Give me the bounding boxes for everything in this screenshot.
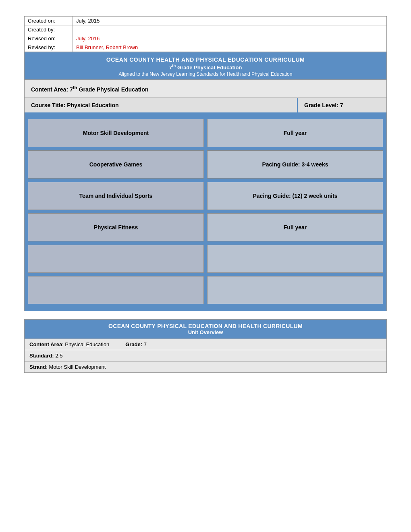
- unit-right-cell: [207, 276, 383, 304]
- unit-row: Team and Individual SportsPacing Guide: …: [28, 182, 383, 210]
- course-title: Course Title: Physical Education: [25, 98, 298, 112]
- unit-row: [28, 245, 383, 273]
- curriculum-subtitle: 7th Grade Physical Education: [28, 64, 383, 71]
- curriculum-main-title: OCEAN COUNTY HEALTH AND PHYSICAL EDUCATI…: [28, 56, 383, 63]
- uo-grade-label: Grade: 7: [125, 341, 147, 347]
- subtitle-suffix: Grade Physical Education: [176, 64, 242, 71]
- unit-left-cell: [28, 276, 204, 304]
- curriculum-box: OCEAN COUNTY HEALTH AND PHYSICAL EDUCATI…: [24, 52, 387, 311]
- uo-content-row: Content Area: Physical EducationGrade: 7: [25, 339, 386, 350]
- unit-row: [28, 276, 383, 304]
- unit-row: Motor Skill DevelopmentFull year: [28, 119, 383, 147]
- unit-left-cell: Cooperative Games: [28, 150, 204, 179]
- uo-strand-row: Strand: Motor Skill Development: [25, 361, 386, 372]
- meta-row: Created on:July, 2015: [25, 17, 387, 25]
- uo-subtitle: Unit Overview: [28, 329, 383, 335]
- meta-label: Created on:: [25, 17, 73, 25]
- uo-standard-label: Standard: 2.5: [29, 353, 62, 359]
- course-row: Course Title: Physical Education Grade L…: [25, 98, 386, 112]
- meta-label: Created by:: [25, 25, 73, 34]
- unit-overview-box: OCEAN COUNTY PHYSICAL EDUCATION AND HEAL…: [24, 319, 387, 373]
- content-area-prefix: Content Area: 7: [31, 86, 73, 93]
- unit-left-cell: Motor Skill Development: [28, 119, 204, 147]
- grade-level: Grade Level: 7: [298, 98, 386, 112]
- unit-right-cell: Full year: [207, 119, 383, 147]
- unit-left-cell: Team and Individual Sports: [28, 182, 204, 210]
- uo-title: OCEAN COUNTY PHYSICAL EDUCATION AND HEAL…: [28, 323, 383, 329]
- unit-left-cell: [28, 245, 204, 273]
- meta-value: July, 2015: [73, 17, 387, 25]
- unit-row: Physical FitnessFull year: [28, 213, 383, 241]
- blue-divider: [25, 112, 386, 116]
- meta-row: Created by:: [25, 25, 387, 34]
- aligned-text: Aligned to the New Jersey Learning Stand…: [28, 71, 383, 77]
- meta-label: Revised on:: [25, 34, 73, 43]
- unit-overview-header: OCEAN COUNTY PHYSICAL EDUCATION AND HEAL…: [25, 320, 386, 339]
- unit-right-cell: Pacing Guide: 3-4 weeks: [207, 150, 383, 179]
- content-area-suffix: Grade Physical Education: [77, 86, 149, 93]
- meta-label: Revised by:: [25, 43, 73, 52]
- unit-left-cell: Physical Fitness: [28, 213, 204, 241]
- unit-right-cell: [207, 245, 383, 273]
- content-area-section: Content Area: 7th Grade Physical Educati…: [25, 79, 386, 98]
- unit-row: Cooperative GamesPacing Guide: 3-4 weeks: [28, 150, 383, 179]
- curriculum-header: OCEAN COUNTY HEALTH AND PHYSICAL EDUCATI…: [25, 52, 386, 79]
- meta-row: Revised on:July, 2016: [25, 34, 387, 43]
- unit-right-cell: Pacing Guide: (12) 2 week units: [207, 182, 383, 210]
- units-container: Motor Skill DevelopmentFull yearCooperat…: [25, 116, 386, 311]
- meta-value: July, 2016: [73, 34, 387, 43]
- unit-right-cell: Full year: [207, 213, 383, 241]
- metadata-table: Created on:July, 2015Created by:Revised …: [24, 16, 387, 52]
- content-area-title: Content Area: 7th Grade Physical Educati…: [31, 85, 380, 93]
- uo-strand-label: Strand: Motor Skill Development: [29, 364, 106, 370]
- subtitle-grade: 7: [169, 64, 172, 71]
- uo-standard-row: Standard: 2.5: [25, 350, 386, 361]
- uo-content-label: Content Area: Physical Education: [29, 341, 109, 347]
- meta-value: [73, 25, 387, 34]
- meta-value: Bill Brunner, Robert Brown: [73, 43, 387, 52]
- meta-row: Revised by:Bill Brunner, Robert Brown: [25, 43, 387, 52]
